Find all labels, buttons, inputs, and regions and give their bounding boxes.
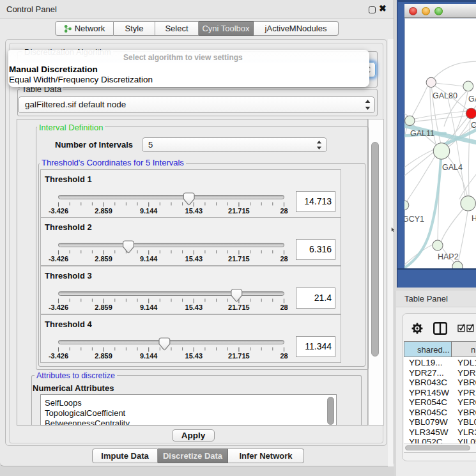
svg-text:2.859: 2.859 <box>95 352 112 360</box>
svg-text:28: 28 <box>280 255 288 263</box>
svg-text:HAP2: HAP2 <box>438 252 459 261</box>
svg-text:21.715: 21.715 <box>228 303 250 311</box>
svg-text:GAL4: GAL4 <box>442 163 463 172</box>
svg-text:GAL11: GAL11 <box>410 129 434 138</box>
svg-text:9.144: 9.144 <box>140 303 158 311</box>
svg-text:-3.426: -3.426 <box>49 255 68 263</box>
svg-text:28: 28 <box>280 352 288 360</box>
svg-text:21.715: 21.715 <box>228 352 250 360</box>
svg-text:-3.426: -3.426 <box>49 207 68 215</box>
svg-text:-3.426: -3.426 <box>49 303 68 311</box>
svg-text:2.859: 2.859 <box>95 207 112 215</box>
svg-text:15.43: 15.43 <box>185 352 203 360</box>
svg-text:15.43: 15.43 <box>185 207 203 215</box>
svg-text:GAL80: GAL80 <box>433 91 457 100</box>
svg-text:15.43: 15.43 <box>185 255 203 263</box>
svg-text:21.715: 21.715 <box>228 207 250 215</box>
svg-text:GCY1: GCY1 <box>404 215 424 224</box>
svg-text:28: 28 <box>280 207 288 215</box>
svg-text:15.43: 15.43 <box>185 303 203 311</box>
svg-text:9.144: 9.144 <box>140 255 158 263</box>
svg-text:9.144: 9.144 <box>140 207 158 215</box>
svg-text:2.859: 2.859 <box>95 255 112 263</box>
svg-text:CY: CY <box>471 121 476 130</box>
svg-text:28: 28 <box>280 303 288 311</box>
svg-text:HI: HI <box>472 214 476 223</box>
svg-text:GAL: GAL <box>468 95 476 104</box>
svg-text:-3.426: -3.426 <box>49 352 68 360</box>
svg-text:2.859: 2.859 <box>95 303 112 311</box>
svg-text:21.715: 21.715 <box>228 255 250 263</box>
svg-text:9.144: 9.144 <box>140 352 158 360</box>
